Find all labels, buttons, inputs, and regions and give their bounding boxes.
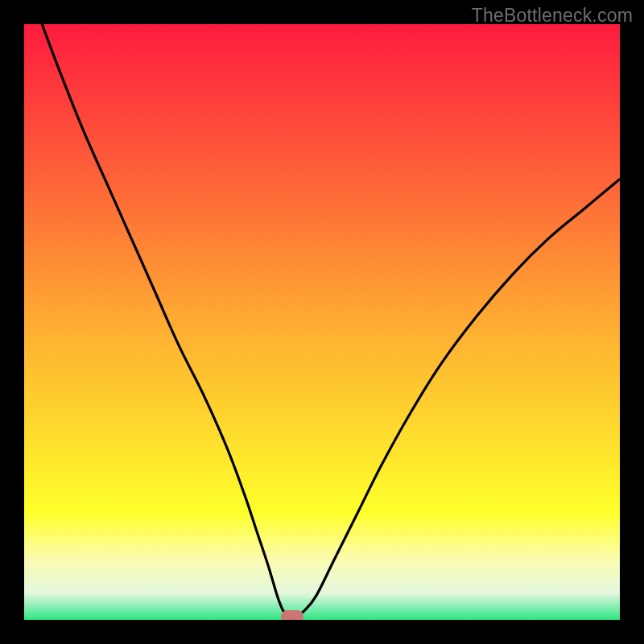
- optimum-marker: [281, 610, 303, 620]
- watermark-text: TheBottleneck.com: [472, 5, 633, 27]
- gradient-background: [24, 24, 620, 620]
- bottleneck-chart: [24, 24, 620, 620]
- chart-frame: TheBottleneck.com: [0, 0, 644, 644]
- plot-area: [24, 24, 620, 620]
